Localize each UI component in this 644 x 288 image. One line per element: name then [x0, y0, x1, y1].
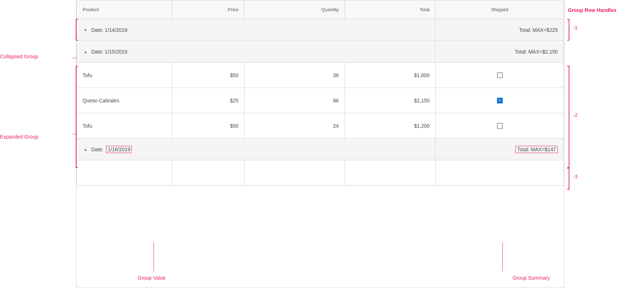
cell-shipped-2[interactable]: ✓ [436, 88, 564, 113]
empty-cell-3 [244, 160, 345, 186]
bracket-handle2-right [567, 66, 569, 168]
header-total: Total [345, 0, 436, 19]
cell-price-2: $25 [172, 88, 244, 113]
checkbox-unchecked-1[interactable] [497, 72, 503, 78]
header-shipped: Shipped [436, 0, 564, 19]
connector-collapsed-group [72, 58, 77, 58]
empty-cell-5 [436, 160, 564, 186]
chevron-up-icon-2[interactable]: ▴ [83, 49, 88, 55]
header-price: Price [172, 0, 244, 19]
empty-cell-4 [345, 160, 436, 186]
group-row-3[interactable]: ▴ Date: 1/16/2019 Total: MAX=$147 [77, 139, 564, 160]
cell-total-3: $1,200 [345, 113, 436, 139]
chevron-down-icon-1[interactable]: ▾ [83, 27, 88, 33]
handle2-label: -2 [573, 112, 577, 118]
handle3-label: -3 [573, 174, 577, 179]
group-summary-1: Total: MAX=$225 [436, 19, 564, 41]
group-row-handles-label: Group Row Handles [568, 7, 616, 13]
group-date-value-3: 1/16/2019 [106, 146, 131, 153]
group-header-cell-3[interactable]: ▴ Date: 1/16/2019 [77, 139, 436, 160]
cell-product-3: Tofu [77, 113, 172, 139]
group-summary-label: Group Summary [513, 275, 550, 281]
cell-quantity-2: 86 [244, 88, 345, 113]
cell-quantity-3: 24 [244, 113, 345, 139]
connector-group-value [154, 242, 154, 271]
grid-area: Product Price Quantity Total Shipped ▾ D… [76, 0, 564, 288]
bracket-handle3-right [567, 168, 569, 190]
handle1-label: -1 [573, 25, 577, 30]
cell-total-2: $2,150 [345, 88, 436, 113]
header-row: Product Price Quantity Total Shipped [77, 0, 564, 19]
group-row-2[interactable]: ▴ Date: 1/15/2019 Total: MAX=$2,150 [77, 41, 564, 63]
group-value-label: Group Value [138, 275, 166, 281]
page-container: Collapsed Group Expanded Group Product P… [0, 0, 644, 288]
group-row-1[interactable]: ▾ Date: 1/14/2019 Total: MAX=$225 [77, 19, 564, 41]
cell-quantity-1: 36 [244, 63, 345, 88]
bracket-handle1-right [567, 19, 569, 41]
group-date-1: Date: 1/14/2019 [91, 27, 127, 33]
empty-cell-2 [172, 160, 244, 186]
table-row: Queso Cabrales $25 86 $2,150 ✓ [77, 88, 564, 113]
left-labels: Collapsed Group Expanded Group [0, 0, 76, 288]
group-header-cell-2[interactable]: ▴ Date: 1/15/2019 [77, 41, 436, 63]
header-quantity: Quantity [244, 0, 345, 19]
cell-product-1: Tofu [77, 63, 172, 88]
cell-shipped-1[interactable] [436, 63, 564, 88]
collapsed-group-label: Collapsed Group [0, 54, 38, 59]
cell-price-3: $50 [172, 113, 244, 139]
group-date-2: Date: 1/15/2019 [91, 49, 127, 55]
data-table: Product Price Quantity Total Shipped ▾ D… [76, 0, 564, 186]
group-date-prefix-3: Date: [91, 147, 103, 152]
empty-row [77, 160, 564, 186]
expanded-group-label: Expanded Group [0, 134, 38, 140]
header-product: Product [77, 0, 172, 19]
group-summary-2: Total: MAX=$2,150 [436, 41, 564, 63]
cell-shipped-3[interactable] [436, 113, 564, 139]
cell-product-2: Queso Cabrales [77, 88, 172, 113]
connector-group-summary [502, 242, 503, 271]
group-header-cell-1[interactable]: ▾ Date: 1/14/2019 [77, 19, 436, 41]
group-summary-3: Total: MAX=$147 [436, 139, 564, 160]
right-labels: Group Row Handles -1 -2 -3 [564, 0, 644, 288]
cell-price-1: $50 [172, 63, 244, 88]
checkbox-checked-2[interactable]: ✓ [497, 98, 503, 103]
group-summary-outline-3: Total: MAX=$147 [515, 146, 558, 153]
table-row: Tofu $50 24 $1,200 [77, 113, 564, 139]
cell-total-1: $1,800 [345, 63, 436, 88]
checkbox-unchecked-3[interactable] [497, 123, 503, 129]
bracket-group2-left [76, 66, 78, 168]
bracket-group1-left [76, 19, 78, 41]
empty-cell-1 [77, 160, 172, 186]
chevron-up-icon-3[interactable]: ▴ [83, 147, 88, 152]
table-row: Tofu $50 36 $1,800 [77, 63, 564, 88]
